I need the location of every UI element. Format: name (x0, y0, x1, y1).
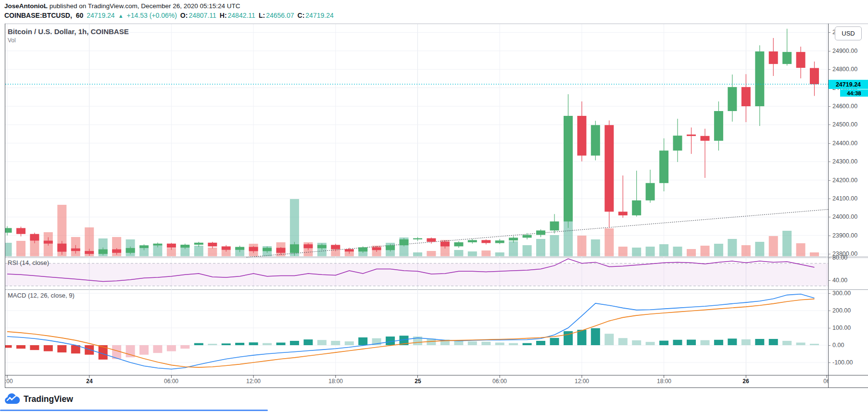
current-price-label: 24719.24 (829, 80, 868, 89)
price-change: +14.53 (+0.06%) (127, 12, 177, 19)
rsi-indicator-label[interactable]: RSI (14, close) (8, 259, 49, 266)
time-tick-label: 06 (823, 378, 828, 385)
close-label: C: (298, 12, 305, 19)
axis-tick-label: 23900.00 (828, 232, 857, 239)
high-label: H: (220, 12, 227, 19)
chart-legend[interactable]: Bitcoin / U.S. Dollar, 1h, COINBASE Vol (8, 27, 129, 44)
volume-indicator-label[interactable]: Vol (8, 37, 129, 44)
axis-tick-label: 24000.00 (828, 213, 857, 221)
axis-tick-label: 24200.00 (828, 176, 857, 184)
symbol-status-bar: COINBASE:BTCUSD, 60 24719.24 ▲ +14.53 (+… (4, 12, 334, 19)
tradingview-cloud-icon (4, 393, 20, 405)
up-arrow-icon: ▲ (118, 13, 124, 19)
time-tick-label: 8:00 (5, 378, 13, 385)
axis-tick-label: 200.00 (828, 307, 851, 314)
axis-tick-label: 300.00 (828, 289, 851, 297)
last-price: 24719.24 (87, 12, 114, 19)
currency-toggle-button[interactable]: USD (835, 26, 862, 40)
chart-frame-bottom (5, 387, 868, 388)
open-label: O: (180, 12, 188, 19)
low-label: L: (259, 12, 265, 19)
time-tick-label: 18:00 (657, 378, 671, 385)
axis-tick-label: 24500.00 (828, 121, 857, 128)
author-name: JoseAntonioL (4, 2, 48, 10)
axis-tick-label: 24100.00 (828, 195, 857, 202)
chart-title[interactable]: Bitcoin / U.S. Dollar, 1h, COINBASE (8, 27, 129, 36)
time-tick-label: 06:00 (164, 378, 178, 385)
axis-tick-label: 100.00 (828, 324, 851, 332)
axis-tick-label: 24400.00 (828, 139, 857, 147)
publish-header: JoseAntonioL published on TradingView.co… (4, 2, 240, 10)
high-value: 24842.11 (228, 12, 255, 19)
axis-tick-label: 24900.00 (828, 47, 857, 55)
time-tick-label: 12:00 (246, 378, 261, 385)
time-tick-label: 18:00 (328, 378, 343, 385)
time-axis[interactable]: 8:002406:0012:0018:002506:0012:0018:0026… (5, 378, 828, 387)
axis-tick-label: -100.00 (828, 359, 853, 366)
price-chart-canvas[interactable] (5, 24, 828, 380)
open-value: 24807.11 (189, 12, 216, 19)
symbol-name: COINBASE:BTCUSD, (4, 12, 72, 19)
bar-countdown-label: 44:38 (840, 89, 868, 97)
publish-info: published on TradingView.com, December 2… (50, 2, 240, 10)
bottom-accent-line (0, 410, 268, 411)
axis-tick-label: 0.00 (828, 341, 844, 349)
axis-tick-label: 24300.00 (828, 158, 857, 165)
time-tick-label: 24 (86, 378, 92, 385)
tradingview-logo[interactable]: TradingView (4, 393, 73, 405)
time-tick-label: 12:00 (575, 378, 589, 385)
price-axis[interactable]: 25000.0024900.0024800.0024700.0024600.00… (828, 0, 868, 412)
axis-tick-label: 80.00 (828, 254, 847, 262)
macd-indicator-label[interactable]: MACD (12, 26, close, 9) (8, 292, 75, 299)
logo-text: TradingView (24, 394, 73, 404)
axis-tick-label: 40.00 (828, 276, 847, 284)
axis-tick-label: 24600.00 (828, 102, 857, 110)
time-tick-label: 26 (742, 378, 749, 385)
symbol-interval: 60 (76, 12, 84, 19)
time-tick-label: 06:00 (492, 378, 507, 385)
axis-tick-label: 24800.00 (828, 65, 857, 73)
low-value: 24656.07 (266, 12, 294, 19)
close-value: 24719.24 (305, 12, 333, 19)
time-tick-label: 25 (415, 378, 421, 385)
